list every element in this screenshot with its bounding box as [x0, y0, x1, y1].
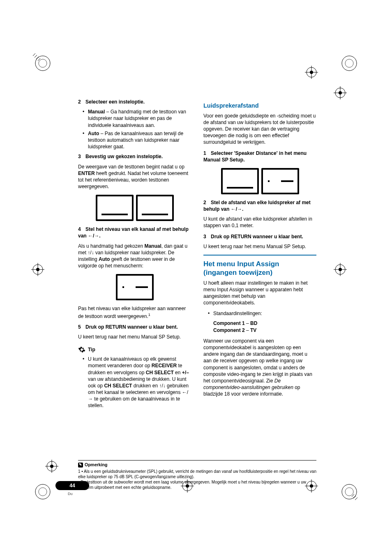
- step-5-body: U keert terug naar het menu Manual SP Se…: [78, 334, 191, 340]
- step-number: 5: [78, 324, 81, 330]
- screen-illustration: [136, 195, 174, 221]
- crop-mark-bottom-right: [339, 482, 359, 502]
- key-ch-select: CH SELECT: [146, 370, 174, 375]
- page-language: Du: [68, 492, 73, 496]
- footnote-separator: [78, 460, 316, 461]
- tip-label: Tip: [88, 346, 95, 353]
- svg-point-1: [39, 59, 47, 67]
- key-receiver: RECEIVER: [152, 363, 177, 368]
- label-auto: Auto: [99, 256, 110, 262]
- tip-item: U kunt de kanaalniveaus op elk gewenst m…: [84, 356, 191, 409]
- step-title: Bevestig uw gekozen insteloptie.: [85, 154, 163, 159]
- step-4: 4 Stel het niveau van elk kanaal af met …: [78, 226, 191, 239]
- screen-illustration-row: [203, 168, 316, 194]
- svg-point-10: [342, 484, 357, 499]
- step-title: Stel het niveau van elk kanaal af met be…: [78, 226, 189, 239]
- key-ch-select: CH SELECT: [104, 383, 132, 389]
- step-3-body: U keert terug naar het menu Manual SP Se…: [203, 243, 316, 250]
- step-title: Stel de afstand van elke luidspreker af …: [203, 200, 311, 212]
- step-number: 2: [78, 99, 81, 105]
- arrow-left-right-icon: ←/→: [88, 233, 99, 239]
- note-icon: ✎: [78, 463, 83, 467]
- registration-mark: [334, 86, 347, 99]
- value: BD: [250, 320, 257, 326]
- right-column: Luidsprekerafstand Voor een goede geluid…: [203, 99, 316, 412]
- crop-mark-top-right: [339, 53, 359, 73]
- registration-mark: [45, 460, 58, 473]
- step-number: 3: [203, 234, 206, 240]
- option-label: Manual: [88, 109, 105, 115]
- sep: –: [245, 320, 250, 326]
- step-3: 3 Bevestig uw gekozen insteloptie.: [78, 153, 191, 160]
- screen-illustration: [221, 168, 259, 194]
- step-number: 1: [203, 150, 206, 156]
- step-number: 4: [78, 226, 81, 232]
- key-plus-minus: +/–: [182, 370, 189, 375]
- svg-point-9: [39, 488, 47, 496]
- screen-illustration-row: [78, 195, 191, 221]
- page-number-badge: 44: [55, 481, 89, 490]
- svg-point-11: [345, 488, 353, 496]
- tip-heading: Tip: [78, 346, 191, 353]
- svg-point-6: [342, 56, 357, 71]
- footnote-2: • De testtoon uit de subwoofer wordt met…: [78, 479, 316, 490]
- step-1: 1 Selecteer 'Speaker Distance' in het me…: [203, 150, 316, 163]
- step-4-body-2: Pas het niveau van elke luidspreker aan …: [78, 305, 191, 319]
- gear-icon: [78, 346, 85, 353]
- text: Stel de afstand van elke luidspreker af …: [203, 200, 311, 212]
- registration-mark: [334, 263, 347, 276]
- defaults-heading: Standaardinstellingen:: [209, 310, 316, 317]
- step-4-body: Als u handmatig had gekozen Manual, dan …: [78, 243, 191, 269]
- svg-point-8: [35, 484, 50, 499]
- text: heeft gedrukt. Nadat het volume toeneemt…: [78, 170, 188, 189]
- arrow-up-down-icon: ↑/↓: [159, 383, 165, 389]
- input-assign-body: Wanneer uw component via een componentvi…: [203, 338, 316, 398]
- text: .: [99, 233, 100, 239]
- step-number: 3: [78, 154, 81, 159]
- crop-mark-top-left: [33, 53, 53, 73]
- step-5: 5 Druk op RETURN wanneer u klaar bent.: [78, 324, 191, 330]
- heading-line: (ingangen toewijzen): [203, 269, 272, 276]
- svg-line-3: [35, 55, 37, 58]
- sep: –: [245, 327, 250, 333]
- default-component-1: Component 1 – BD: [213, 320, 316, 327]
- text: Als u handmatig had gekozen: [78, 243, 144, 249]
- svg-point-22: [36, 268, 39, 271]
- registration-mark: [31, 263, 44, 276]
- text: en: [174, 370, 182, 375]
- intro-text: Voor een goede geluidsdiepte en -scheidi…: [203, 113, 316, 146]
- input-assign-intro: U hoeft alleen maar instellingen te make…: [203, 280, 316, 306]
- option-text: – Pas de kanaalniveaus aan terwijl de te…: [88, 131, 183, 150]
- footnote-1: 1 • Als u een geluidsdrukniveaumeter (SP…: [78, 469, 316, 479]
- label: Component 1: [213, 320, 245, 326]
- step-2: 2 Stel de afstand van elke luidspreker a…: [203, 199, 316, 212]
- left-column: 2 Selecteer een insteloptie. Manual – Ga…: [78, 99, 191, 412]
- step-3-body: De weergave van de testtonen begint nada…: [78, 164, 191, 190]
- defaults-list: Standaardinstellingen:: [203, 310, 316, 317]
- tip-list: U kunt de kanaalniveaus op elk gewenst m…: [78, 356, 191, 409]
- svg-point-7: [345, 59, 353, 67]
- screen-illustration: [261, 168, 299, 194]
- text: Wanneer uw component via een componentvi…: [203, 338, 312, 384]
- step-3: 3 Druk op RETURN wanneer u klaar bent.: [203, 233, 316, 240]
- default-component-2: Component 2 – TV: [213, 327, 316, 334]
- svg-point-42: [50, 465, 53, 468]
- text: De weergave van de testtonen begint nada…: [78, 164, 184, 170]
- page-content: 2 Selecteer een insteloptie. Manual – Ga…: [78, 99, 316, 412]
- step-title: Selecteer een insteloptie.: [85, 99, 145, 105]
- page-number: 44: [69, 483, 75, 488]
- value: TV: [250, 327, 256, 333]
- footnote-ref: 1: [148, 313, 150, 317]
- section-heading-speaker-distance: Luidsprekerafstand: [203, 102, 316, 110]
- label: Component 2: [213, 327, 245, 333]
- registration-mark: [305, 66, 318, 79]
- heading-line: Het menu Input Assign: [203, 260, 279, 268]
- label-manual: Manual: [144, 243, 161, 249]
- svg-line-14: [355, 497, 357, 500]
- svg-point-0: [35, 56, 50, 71]
- text: .: [242, 206, 243, 212]
- arrow-left-right-icon: ←/→: [231, 206, 242, 212]
- footnote-heading: ✎ Opmerking: [78, 462, 316, 468]
- option-list: Manual – Ga handmatig met de testtoon va…: [78, 108, 191, 150]
- svg-point-26: [339, 268, 342, 271]
